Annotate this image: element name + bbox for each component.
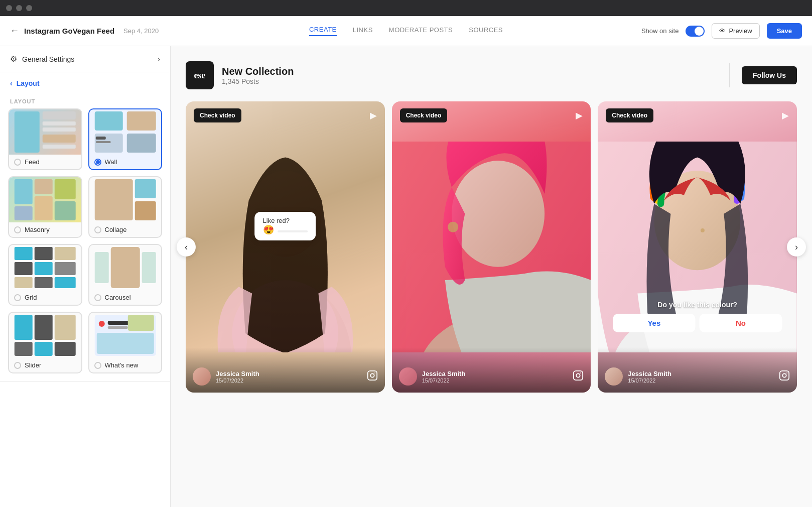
svg-rect-29	[55, 277, 76, 288]
eye-icon: 👁	[719, 27, 726, 35]
svg-rect-55	[574, 370, 583, 379]
follow-button[interactable]: Follow Us	[742, 66, 797, 84]
card-1-user-info: Jessica Smith 15/07/2022	[216, 370, 259, 384]
svg-rect-27	[15, 277, 33, 288]
svg-point-63	[782, 373, 786, 377]
content-area: ese New Collection 1,345 Posts Follow Us…	[171, 46, 812, 507]
layout-thumbnail-grid	[9, 245, 81, 290]
next-arrow[interactable]: ›	[787, 237, 806, 257]
general-settings-header[interactable]: ⚙ General Settings ›	[0, 46, 170, 72]
feed-divider	[729, 63, 730, 87]
svg-rect-11	[95, 141, 110, 143]
card-1-avatar	[193, 367, 211, 386]
layout-item-collage[interactable]: Collage	[88, 176, 163, 238]
poll-yes-button[interactable]: Yes	[613, 314, 696, 332]
svg-point-56	[577, 373, 580, 377]
card-1: Check video ▶	[186, 101, 385, 393]
instagram-icon-3	[779, 370, 790, 384]
sidebar: ⚙ General Settings › ‹ Layout LAYOUT	[0, 46, 171, 507]
layout-header[interactable]: ‹ Layout	[0, 72, 170, 92]
radio-masonry	[14, 226, 21, 233]
card-3-avatar	[605, 367, 623, 386]
card-3-date: 15/07/2022	[628, 377, 671, 384]
poll-no-button[interactable]: No	[700, 314, 782, 332]
feed-date: Sep 4, 2020	[123, 27, 159, 35]
titlebar-dot-1	[6, 5, 12, 11]
card-2-date: 15/07/2022	[422, 377, 466, 384]
prev-arrow[interactable]: ‹	[177, 237, 196, 257]
layout-grid: Feed	[0, 108, 170, 382]
svg-point-40	[98, 321, 104, 327]
layout-thumbnail-carousel	[89, 245, 162, 290]
svg-point-64	[786, 372, 787, 373]
svg-rect-22	[35, 247, 53, 260]
feed-avatar: ese	[186, 61, 214, 89]
preview-button[interactable]: 👁 Preview	[712, 23, 759, 39]
tab-create[interactable]: CREATE	[309, 26, 337, 36]
svg-rect-24	[15, 262, 33, 275]
layout-label-feed: Feed	[9, 155, 81, 169]
svg-rect-62	[780, 370, 789, 379]
story-bubble-1: Like red? 😍	[255, 212, 316, 240]
svg-point-57	[580, 372, 581, 373]
layout-item-carousel[interactable]: Carousel	[88, 244, 163, 306]
svg-rect-21	[15, 247, 33, 260]
gear-icon: ⚙	[10, 54, 17, 64]
general-settings-section: ⚙ General Settings ›	[0, 46, 170, 72]
card-3-check-video[interactable]: Check video	[606, 108, 653, 122]
layout-item-wall[interactable]: Wall	[88, 108, 163, 170]
story-bar	[278, 230, 308, 232]
topnav-tabs: CREATE LINKS MODERATE POSTS SOURCES	[309, 26, 503, 36]
poll-question: Do you like this colour?	[613, 301, 782, 309]
layout-thumbnail-masonry	[9, 177, 81, 222]
card-2-check-video[interactable]: Check video	[400, 108, 448, 122]
card-2-username: Jessica Smith	[422, 370, 466, 377]
card-1-check-video[interactable]: Check video	[194, 108, 241, 122]
svg-rect-42	[107, 326, 127, 329]
card-2-user-info: Jessica Smith 15/07/2022	[422, 370, 466, 384]
svg-rect-34	[35, 315, 53, 340]
chevron-right-icon: ›	[158, 55, 160, 64]
topnav-right: Show on site 👁 Preview Save	[641, 23, 802, 39]
svg-rect-28	[35, 277, 53, 288]
tab-moderate-posts[interactable]: MODERATE POSTS	[389, 26, 453, 36]
play-icon-3: ▶	[782, 110, 789, 121]
card-3: Check video ▶	[598, 101, 797, 393]
svg-rect-1	[43, 111, 76, 119]
topnav-left: ← Instagram GoVegan Feed Sep 4, 2020	[10, 26, 159, 36]
layout-section: ‹ Layout LAYOUT	[0, 72, 170, 382]
svg-rect-0	[15, 111, 40, 153]
instagram-icon-2	[573, 370, 584, 384]
card-2: Check video ▶	[392, 101, 591, 393]
layout-item-grid[interactable]: Grid	[8, 244, 82, 306]
card-1-overlay-top: Check video ▶	[186, 101, 385, 130]
layout-item-masonry[interactable]: Masonry	[8, 176, 82, 238]
feed-header: ese New Collection 1,345 Posts Follow Us	[186, 61, 797, 89]
radio-grid	[14, 294, 21, 301]
card-2-bottom: Jessica Smith 15/07/2022	[392, 347, 591, 393]
save-button[interactable]: Save	[767, 23, 802, 39]
layout-thumbnail-collage	[89, 177, 162, 222]
tab-links[interactable]: LINKS	[353, 26, 373, 36]
main-content: ⚙ General Settings › ‹ Layout LAYOUT	[0, 46, 812, 507]
back-button[interactable]: ←	[10, 26, 19, 36]
show-site-toggle[interactable]	[686, 26, 705, 37]
tab-sources[interactable]: SOURCES	[469, 26, 503, 36]
instagram-icon-1	[367, 370, 378, 384]
poll-container: Do you like this colour? Yes No	[613, 301, 782, 332]
general-settings-label: General Settings	[22, 55, 74, 63]
radio-slider	[14, 362, 21, 369]
svg-rect-3	[43, 128, 76, 132]
titlebar	[0, 0, 812, 16]
cards-row: Check video ▶	[186, 101, 797, 393]
svg-rect-9	[126, 134, 156, 153]
svg-rect-17	[15, 206, 33, 220]
layout-section-label: LAYOUT	[0, 92, 170, 108]
layout-item-whatsnew[interactable]: What's new	[88, 312, 163, 373]
svg-rect-14	[55, 179, 76, 199]
card-3-username: Jessica Smith	[628, 370, 671, 377]
radio-feed	[14, 159, 21, 166]
layout-item-feed[interactable]: Feed	[8, 108, 82, 170]
layout-item-slider[interactable]: Slider	[8, 312, 82, 373]
card-3-user: Jessica Smith 15/07/2022	[605, 367, 671, 386]
